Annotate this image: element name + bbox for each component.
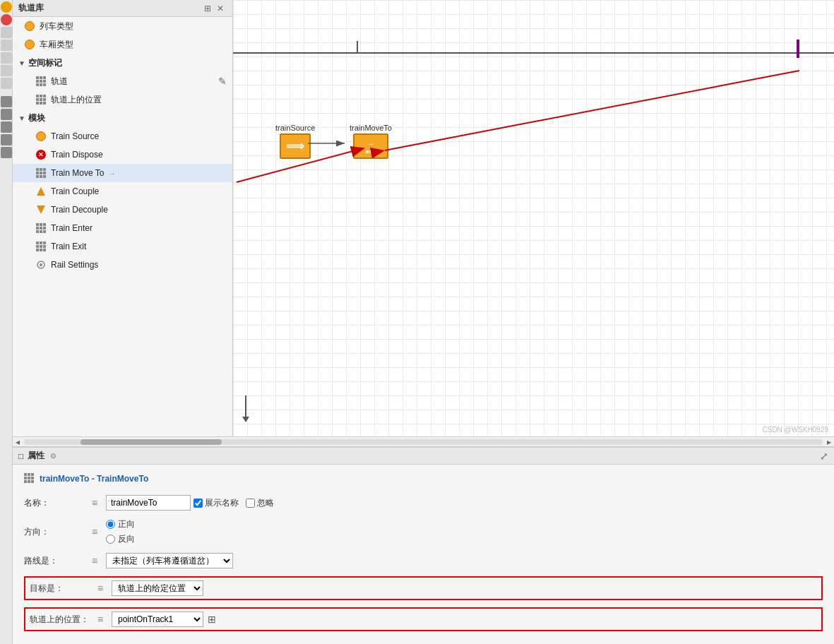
sidebar-item-track[interactable]: 轨道 ✎ — [13, 72, 232, 90]
prop-trackpos-label: 轨道上的位置： — [30, 614, 93, 626]
canvas-node-train-moveto[interactable]: trainMoveTo → — [350, 124, 392, 159]
train-source-node-label: trainSource — [275, 124, 315, 132]
prop-trackpos-select[interactable]: pointOnTrack1 — [112, 612, 203, 627]
train-source-node-arrow-icon: ⟹ — [286, 138, 304, 154]
track-icon — [35, 76, 47, 87]
sidebar-item-train-decouple[interactable]: Train Decouple — [13, 201, 232, 219]
prop-row-route: 路线是： ≡ 未指定（列车将遵循道岔） — [24, 552, 823, 569]
prop-radio-forward-input[interactable] — [106, 520, 115, 529]
sidebar-item-label-train-dispose: Train Dispose — [51, 150, 103, 160]
sidebar-item-rail-settings[interactable]: Rail Settings — [13, 256, 232, 274]
sidebar-item-train-types[interactable]: 列车类型 — [13, 17, 232, 35]
canvas-vtick-right-purple — [797, 40, 799, 58]
prop-checkbox-group: 展示名称 忽略 — [193, 497, 274, 509]
toolbar-icon-2[interactable] — [1, 14, 12, 25]
sidebar-item-train-source[interactable]: Train Source — [13, 127, 232, 145]
properties-title: □ 属性 ⊙ — [18, 450, 56, 462]
scroll-thumb[interactable] — [81, 439, 222, 445]
toolbar-icon-9[interactable] — [1, 109, 12, 120]
prop-checkbox-ignore[interactable]: 忽略 — [246, 497, 274, 509]
toolbar-icon-7[interactable] — [1, 78, 12, 89]
toolbar-icon-11[interactable] — [1, 134, 12, 145]
svg-point-1 — [40, 263, 42, 266]
prop-name-input[interactable] — [106, 495, 191, 511]
train-decouple-icon — [35, 204, 47, 215]
watermark: CSDN @WSKH0929 — [762, 426, 828, 434]
sidebar-category-modules[interactable]: ▼ 模块 — [13, 109, 232, 127]
toolbar-icon-8[interactable] — [1, 96, 12, 107]
train-source-icon — [35, 131, 47, 142]
sidebar-item-label-train-move-to: Train Move To — [51, 168, 104, 178]
track-edit-icon[interactable]: ✎ — [218, 76, 227, 87]
sidebar-item-train-move-to[interactable]: Train Move To → — [13, 164, 232, 182]
prop-radio-reverse-input[interactable] — [106, 535, 115, 544]
properties-content: trainMoveTo - TrainMoveTo 名称： ≡ 展示名称 — [13, 465, 834, 644]
sidebar-item-track-position[interactable]: 轨道上的位置 — [13, 90, 232, 109]
prop-route-eq-icon: ≡ — [88, 554, 102, 568]
canvas-vtick-left — [357, 41, 358, 54]
prop-radio-direction: 正向 反向 — [106, 518, 135, 545]
prop-radio-reverse-label: 反向 — [118, 533, 135, 545]
toolbar-icon-3[interactable] — [1, 27, 12, 38]
prop-direction-eq-icon: ≡ — [88, 525, 102, 539]
prop-checkbox-show-name[interactable]: 展示名称 — [193, 497, 239, 509]
sidebar-item-train-exit[interactable]: Train Exit — [13, 237, 232, 256]
sidebar-item-train-enter[interactable]: Train Enter — [13, 219, 232, 237]
sidebar-item-label-rail-settings: Rail Settings — [51, 260, 98, 270]
prop-radio-forward[interactable]: 正向 — [106, 518, 135, 530]
sidebar-item-label-train-enter: Train Enter — [51, 223, 93, 233]
prop-name-eq-icon: ≡ — [88, 496, 102, 510]
prop-route-select[interactable]: 未指定（列车将遵循道岔） — [106, 553, 233, 568]
sidebar-item-car-types[interactable]: 车厢类型 — [13, 35, 232, 54]
toolbar-icon-4[interactable] — [1, 40, 12, 51]
toolbar-icon-10[interactable] — [1, 121, 12, 133]
properties-expand-icon[interactable]: ⤢ — [820, 451, 828, 462]
properties-node-icon — [24, 473, 35, 484]
prop-row-trackpos-highlighted: 轨道上的位置： ≡ pointOnTrack1 ⊞ — [24, 607, 823, 631]
prop-row-target-highlighted: 目标是： ≡ 轨道上的给定位置 — [24, 576, 823, 600]
prop-radio-reverse[interactable]: 反向 — [106, 533, 135, 545]
canvas-red-arrow — [233, 0, 834, 436]
train-moveto-node-body[interactable]: → — [353, 133, 388, 159]
sidebar-category-spatial-label: 空间标记 — [28, 57, 62, 69]
toolbar-icon-5[interactable] — [1, 52, 12, 64]
sidebar-header-icons: ⊞ ✕ — [204, 4, 227, 13]
canvas[interactable]: trainSource ⟹ trainMoveTo — [233, 0, 834, 436]
prop-direction-label: 方向： — [24, 526, 88, 538]
canvas-scrollbar[interactable]: ◂ ▸ — [13, 436, 834, 446]
sidebar-tile-icon[interactable]: ⊞ — [204, 4, 214, 13]
properties-node-title-text: trainMoveTo - TrainMoveTo — [40, 474, 148, 484]
sidebar-close-icon[interactable]: ✕ — [217, 4, 227, 13]
prop-checkbox-show-name-input[interactable] — [193, 499, 203, 508]
sidebar-category-spatial[interactable]: ▼ 空间标记 — [13, 54, 232, 72]
prop-checkbox-ignore-input[interactable] — [246, 499, 255, 508]
sidebar-title: 轨道库 — [18, 2, 44, 14]
rail-settings-icon — [35, 259, 47, 270]
prop-trackpos-eq-icon: ≡ — [93, 612, 107, 626]
train-types-icon — [24, 20, 35, 32]
properties-panel: □ 属性 ⊙ ⤢ — [13, 446, 834, 644]
sidebar-item-train-couple[interactable]: Train Couple — [13, 182, 232, 201]
prop-target-select[interactable]: 轨道上的给定位置 — [112, 580, 203, 596]
sidebar-item-label-car-types: 车厢类型 — [40, 39, 73, 51]
toolbar-icon-6[interactable] — [1, 65, 12, 76]
sidebar-item-label-train-decouple: Train Decouple — [51, 205, 108, 215]
scroll-left-btn[interactable]: ◂ — [13, 437, 23, 447]
moveto-arrow-icon: → — [367, 139, 375, 149]
scroll-right-btn[interactable]: ▸ — [824, 437, 834, 447]
sidebar-header: 轨道库 ⊞ ✕ — [13, 0, 232, 17]
sidebar-item-label-train-couple: Train Couple — [51, 186, 99, 196]
prop-checkbox-show-name-label: 展示名称 — [205, 497, 239, 509]
canvas-down-arrow — [242, 395, 249, 422]
scroll-track[interactable] — [24, 439, 823, 445]
toolbar-icon-1[interactable] — [1, 1, 12, 13]
prop-target-label: 目标是： — [30, 583, 93, 595]
train-source-node-body[interactable]: ⟹ — [280, 133, 311, 159]
sidebar-category-modules-label: 模块 — [28, 112, 45, 124]
modules-arrow-icon: ▼ — [18, 114, 25, 122]
toolbar-icon-12[interactable] — [1, 147, 12, 158]
prop-trackpos-edit-icon[interactable]: ⊞ — [208, 614, 216, 625]
sidebar-item-train-dispose[interactable]: ✕ Train Dispose — [13, 145, 232, 164]
canvas-node-train-source[interactable]: trainSource ⟹ — [275, 124, 315, 159]
sidebar-content: 列车类型 车厢类型 ▼ 空间标记 — [13, 17, 232, 436]
